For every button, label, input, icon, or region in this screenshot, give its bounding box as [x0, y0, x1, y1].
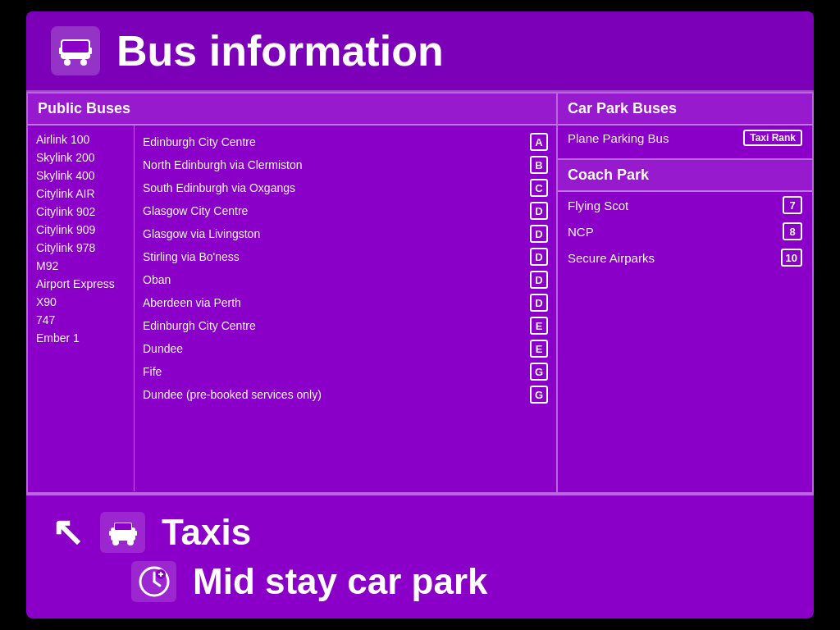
bottom-section: ↖ Taxis — [26, 494, 814, 619]
destination-item: Stirling via Bo'nessD — [143, 245, 548, 268]
destination-item: Glasgow City CentreD — [143, 199, 548, 222]
coach-park-name: Flying Scot — [568, 199, 628, 212]
route-item: X90 — [36, 293, 126, 311]
route-item: Citylink 909 — [36, 221, 126, 239]
destination-column: Edinburgh City CentreANorth Edinburgh vi… — [135, 126, 556, 491]
taxis-label: Taxis — [162, 512, 251, 553]
public-buses-section: Public Buses Airlink 100Skylink 200Skyli… — [28, 94, 558, 492]
svg-rect-1 — [62, 41, 89, 52]
route-item: Ember 1 — [36, 329, 126, 347]
header: Bus information — [26, 11, 814, 92]
stand-badge: G — [530, 363, 548, 381]
mid-stay-label: Mid stay car park — [193, 561, 488, 602]
bus-table: Airlink 100Skylink 200Skylink 400Citylin… — [28, 126, 556, 491]
svg-rect-5 — [89, 48, 92, 54]
coach-park-number: 7 — [783, 196, 802, 214]
stand-badge: D — [530, 294, 548, 312]
plane-parking-row: Plane Parking Bus Taxi Rank — [558, 126, 812, 150]
coach-park-row: Flying Scot7 — [558, 192, 812, 218]
route-column: Airlink 100Skylink 200Skylink 400Citylin… — [28, 126, 135, 491]
plane-parking-label: Plane Parking Bus — [568, 131, 669, 145]
taxi-rank-badge: Taxi Rank — [743, 130, 802, 146]
coach-park-row: NCP8 — [558, 218, 812, 244]
destination-item: Aberdeen via PerthD — [143, 291, 548, 314]
svg-rect-4 — [59, 48, 62, 54]
stand-badge: D — [530, 202, 548, 220]
bus-icon — [51, 26, 100, 75]
destination-item: Edinburgh City CentreE — [143, 314, 548, 337]
stand-badge: E — [530, 317, 548, 335]
route-item: Citylink AIR — [36, 185, 126, 203]
svg-point-9 — [112, 539, 119, 546]
route-item: Airport Express — [36, 275, 126, 293]
mid-stay-row: Mid stay car park — [51, 561, 789, 602]
stand-badge: A — [530, 133, 548, 151]
right-column: Car Park Buses Plane Parking Bus Taxi Ra… — [558, 94, 812, 492]
svg-point-2 — [64, 59, 71, 66]
coach-park-name: Secure Airparks — [568, 251, 655, 265]
stand-badge: D — [530, 225, 548, 243]
taxis-row: ↖ Taxis — [51, 512, 789, 553]
coach-park-section: Coach Park Flying Scot7NCP8Secure Airpar… — [558, 160, 812, 492]
car-park-section: Car Park Buses Plane Parking Bus Taxi Ra… — [558, 94, 812, 160]
coach-park-number: 8 — [783, 222, 802, 240]
coach-park-header: Coach Park — [558, 160, 812, 192]
svg-rect-11 — [109, 531, 112, 536]
destination-item: Dundee (pre-booked services only)G — [143, 383, 548, 406]
destination-item: South Edinburgh via OxgangsC — [143, 176, 548, 199]
car-park-header: Car Park Buses — [558, 94, 812, 126]
svg-point-3 — [80, 59, 87, 66]
stand-badge: D — [530, 248, 548, 266]
svg-rect-8 — [115, 523, 131, 530]
coach-park-number: 10 — [781, 249, 802, 267]
destination-item: Glasgow via LivingstonD — [143, 222, 548, 245]
route-item: Citylink 978 — [36, 239, 126, 257]
stand-badge: D — [530, 271, 548, 289]
stand-badge: B — [530, 156, 548, 174]
route-item: Airlink 100 — [36, 130, 126, 148]
stand-badge: G — [530, 386, 548, 404]
header-title: Bus information — [116, 26, 444, 75]
route-item: Skylink 200 — [36, 148, 126, 167]
mid-stay-icon — [131, 561, 176, 602]
svg-rect-12 — [135, 531, 137, 536]
stand-badge: E — [530, 340, 548, 358]
stand-badge: C — [530, 179, 548, 197]
coach-park-row: Secure Airparks10 — [558, 244, 812, 271]
destination-item: Edinburgh City CentreA — [143, 130, 548, 153]
main-content: Public Buses Airlink 100Skylink 200Skyli… — [26, 92, 814, 494]
sign-container: Bus information Public Buses Airlink 100… — [26, 11, 814, 619]
svg-point-10 — [127, 539, 134, 546]
route-item: Citylink 902 — [36, 203, 126, 221]
taxi-icon — [100, 512, 145, 553]
destination-item: DundeeE — [143, 337, 548, 360]
route-item: M92 — [36, 257, 126, 275]
public-buses-header: Public Buses — [28, 94, 556, 126]
destination-item: FifeG — [143, 360, 548, 383]
arrow-icon: ↖ — [51, 513, 84, 552]
route-item: 747 — [36, 311, 126, 329]
svg-line-15 — [154, 582, 160, 586]
route-item: Skylink 400 — [36, 167, 126, 185]
destination-item: ObanD — [143, 268, 548, 291]
destination-item: North Edinburgh via ClermistonB — [143, 153, 548, 176]
coach-park-name: NCP — [568, 225, 594, 239]
